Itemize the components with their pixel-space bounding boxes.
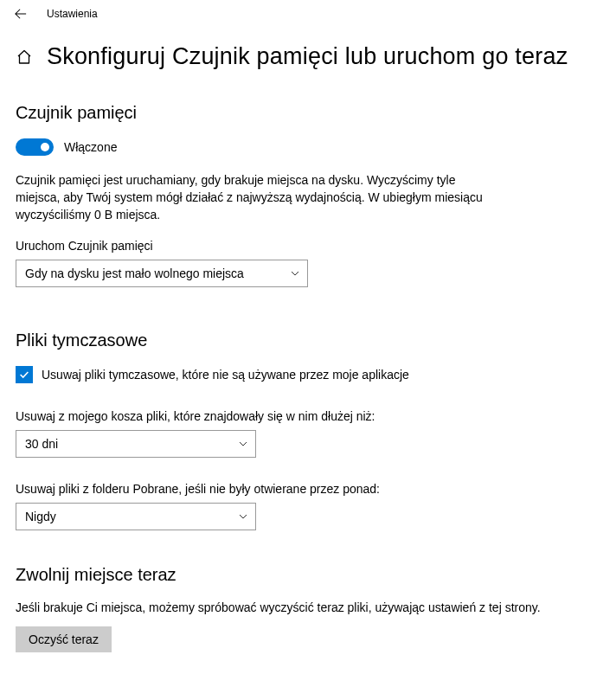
window-title: Ustawienia xyxy=(47,8,98,20)
dropdown-value: Nigdy xyxy=(25,510,56,523)
downloads-dropdown[interactable]: Nigdy xyxy=(16,503,256,530)
chevron-down-icon xyxy=(238,511,248,522)
page-title: Skonfiguruj Czujnik pamięci lub uruchom … xyxy=(47,43,568,70)
page-header: Skonfiguruj Czujnik pamięci lub uruchom … xyxy=(16,43,600,70)
dropdown-value: Gdy na dysku jest mało wolnego miejsca xyxy=(25,266,244,280)
chevron-down-icon xyxy=(238,439,248,449)
arrow-left-icon xyxy=(15,8,27,20)
home-button[interactable] xyxy=(16,48,33,66)
dropdown-value: 30 dni xyxy=(25,437,58,451)
storage-sense-heading: Czujnik pamięci xyxy=(16,103,600,123)
recycle-bin-dropdown[interactable]: 30 dni xyxy=(16,430,256,458)
delete-temp-checkbox[interactable] xyxy=(16,366,33,383)
toggle-knob xyxy=(41,143,49,151)
downloads-label: Usuwaj pliki z folderu Pobrane, jeśli ni… xyxy=(16,482,600,496)
free-now-description: Jeśli brakuje Ci miejsca, możemy spróbow… xyxy=(16,600,600,614)
button-label: Oczyść teraz xyxy=(29,632,99,646)
clean-now-button[interactable]: Oczyść teraz xyxy=(16,626,112,652)
toggle-label: Włączone xyxy=(64,140,117,154)
run-storage-sense-dropdown[interactable]: Gdy na dysku jest mało wolnego miejsca xyxy=(16,260,308,287)
home-icon xyxy=(16,48,33,66)
recycle-bin-label: Usuwaj z mojego kosza pliki, które znajd… xyxy=(16,409,600,423)
titlebar: Ustawienia xyxy=(0,0,616,28)
chevron-down-icon xyxy=(290,268,300,279)
storage-sense-toggle[interactable] xyxy=(16,138,54,156)
checkmark-icon xyxy=(18,369,30,381)
delete-temp-label: Usuwaj pliki tymczasowe, które nie są uż… xyxy=(42,368,409,382)
run-storage-sense-label: Uruchom Czujnik pamięci xyxy=(16,239,600,253)
storage-sense-description: Czujnik pamięci jest uruchamiany, gdy br… xyxy=(16,171,500,223)
back-button[interactable] xyxy=(14,7,28,21)
temp-files-heading: Pliki tymczasowe xyxy=(16,331,600,350)
free-now-heading: Zwolnij miejsce teraz xyxy=(16,565,600,585)
